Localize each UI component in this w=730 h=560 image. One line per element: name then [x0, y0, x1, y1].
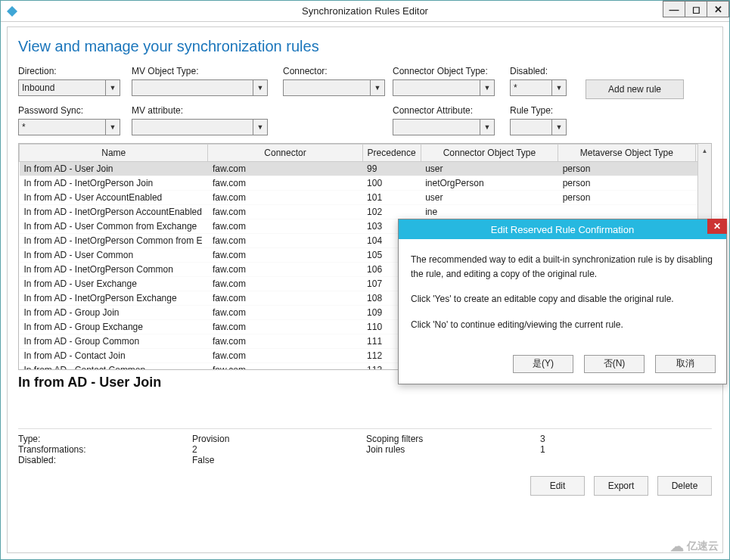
connector-dropdown[interactable]: ▼: [283, 79, 385, 96]
disabled-label: Disabled:: [510, 66, 578, 76]
dialog-close-button[interactable]: ✕: [707, 219, 727, 234]
cell-connector: faw.com: [208, 334, 362, 349]
mvattr-dropdown[interactable]: ▼: [132, 119, 268, 135]
cell-connector: faw.com: [208, 320, 362, 334]
connobj-dropdown[interactable]: ▼: [393, 79, 495, 96]
col-mot[interactable]: Metaverse Object Type: [558, 145, 695, 162]
chevron-down-icon: ▼: [480, 84, 494, 92]
cell-name: In from AD - User Join: [20, 162, 208, 176]
table-row[interactable]: In from AD - InetOrgPerson Joinfaw.com10…: [20, 176, 711, 191]
table-row[interactable]: In from AD - User AccountEnabledfaw.com1…: [20, 191, 711, 205]
connattr-dropdown[interactable]: ▼: [393, 119, 495, 135]
connobj-label: Connector Object Type:: [393, 66, 510, 76]
detail-transformations-value: 2: [192, 444, 366, 455]
cell-cot: user: [421, 191, 558, 205]
pwdsync-value: *: [19, 120, 106, 135]
cell-name: In from AD - InetOrgPerson Exchange: [20, 291, 208, 306]
cell-precedence: 102: [362, 205, 421, 219]
table-row[interactable]: In from AD - User Joinfaw.com99userperso…: [20, 162, 711, 176]
app-icon: [5, 5, 19, 18]
dialog-line-2: Click 'Yes' to create an editable copy a…: [411, 292, 714, 306]
cell-connector: faw.com: [208, 248, 362, 263]
filters-row-1: Direction: Inbound ▼ MV Object Type: ▼ C…: [18, 66, 712, 99]
col-precedence[interactable]: Precedence: [362, 145, 421, 162]
connobj-value: [393, 80, 480, 95]
cell-name: In from AD - InetOrgPerson Join: [20, 176, 208, 191]
export-button[interactable]: Export: [594, 476, 648, 496]
detail-scoping-label: Scoping filters: [366, 434, 540, 444]
cell-connector: faw.com: [208, 234, 362, 248]
cell-connector: faw.com: [208, 205, 362, 219]
mvobj-label: MV Object Type:: [132, 66, 283, 76]
ruletype-dropdown[interactable]: ▼: [510, 119, 567, 135]
dialog-no-button[interactable]: 否(N): [584, 355, 645, 373]
grid-header-row: Name Connector Precedence Connector Obje…: [20, 145, 711, 162]
dialog-title: Edit Reserved Rule Confirmation ✕: [399, 219, 726, 239]
cell-mot: person: [558, 191, 695, 205]
cell-connector: faw.com: [208, 363, 362, 371]
detail-panel: Type: Transformations: Disabled: Provisi…: [18, 428, 712, 465]
maximize-button[interactable]: ◻: [685, 1, 707, 17]
chevron-down-icon: ▼: [480, 123, 494, 131]
dialog-yes-button[interactable]: 是(Y): [513, 355, 573, 373]
cell-name: In from AD - Contact Common: [20, 363, 208, 371]
cell-precedence: 101: [362, 191, 421, 205]
chevron-down-icon: ▼: [253, 84, 267, 92]
direction-label: Direction:: [18, 66, 132, 76]
disabled-dropdown[interactable]: * ▼: [510, 79, 567, 96]
cell-connector: faw.com: [208, 176, 362, 191]
cell-connector: faw.com: [208, 191, 362, 205]
close-button[interactable]: ✕: [707, 1, 729, 17]
col-name[interactable]: Name: [20, 145, 208, 162]
edit-button[interactable]: Edit: [530, 476, 585, 496]
dialog-line-1: The recommended way to edit a built-in s…: [411, 253, 714, 282]
cell-precedence: 99: [362, 162, 421, 176]
direction-dropdown[interactable]: Inbound ▼: [18, 79, 120, 96]
cell-name: In from AD - User Common: [20, 248, 208, 263]
cell-name: In from AD - Group Exchange: [20, 320, 208, 334]
action-row: Edit Export Delete: [18, 476, 712, 496]
scroll-up-icon[interactable]: ▲: [698, 144, 711, 157]
mvobj-value: [132, 80, 253, 95]
detail-disabled-value: False: [192, 455, 366, 465]
col-connector[interactable]: Connector: [208, 145, 362, 162]
cell-connector: faw.com: [208, 277, 362, 291]
table-row[interactable]: In from AD - InetOrgPerson AccountEnable…: [20, 205, 711, 219]
chevron-down-icon: ▼: [552, 123, 566, 131]
add-new-rule-button[interactable]: Add new rule: [586, 79, 684, 99]
cell-connector: faw.com: [208, 306, 362, 320]
cell-mot: person: [558, 162, 695, 176]
minimize-button[interactable]: —: [663, 1, 685, 17]
cell-name: In from AD - InetOrgPerson Common from E: [20, 234, 208, 248]
cell-precedence: 100: [362, 176, 421, 191]
mvattr-label: MV attribute:: [132, 105, 283, 116]
dialog-cancel-button[interactable]: 取消: [655, 355, 716, 373]
pwdsync-dropdown[interactable]: * ▼: [18, 119, 120, 135]
watermark-text: 亿速云: [687, 540, 719, 553]
cell-connector: faw.com: [208, 263, 362, 277]
cell-name: In from AD - User AccountEnabled: [20, 191, 208, 205]
connector-label: Connector:: [283, 66, 393, 76]
col-cot[interactable]: Connector Object Type: [421, 145, 558, 162]
ruletype-label: Rule Type:: [510, 105, 578, 116]
detail-disabled-label: Disabled:: [18, 455, 192, 465]
detail-transformations-label: Transformations:: [18, 444, 192, 455]
cell-name: In from AD - Group Common: [20, 334, 208, 349]
chevron-down-icon: ▼: [253, 123, 267, 131]
cell-name: In from AD - InetOrgPerson AccountEnable…: [20, 205, 208, 219]
detail-joinrules-label: Join rules: [366, 444, 540, 455]
dialog-actions: 是(Y) 否(N) 取消: [399, 350, 726, 384]
delete-button[interactable]: Delete: [657, 476, 712, 496]
connattr-label: Connector Attribute:: [393, 105, 510, 116]
chevron-down-icon: ▼: [371, 84, 384, 92]
cell-name: In from AD - Group Join: [20, 306, 208, 320]
app-window: Synchronization Rules Editor — ◻ ✕ View …: [0, 0, 730, 560]
cloud-icon: ☁: [670, 538, 684, 555]
filters-row-2: Password Sync: * ▼ MV attribute: ▼ Conne…: [18, 105, 712, 135]
connector-value: [284, 80, 371, 95]
chevron-down-icon: ▼: [106, 84, 120, 92]
dialog-line-3: Click 'No' to continue editing/viewing t…: [411, 318, 714, 332]
titlebar: Synchronization Rules Editor — ◻ ✕: [1, 1, 729, 22]
mvobj-dropdown[interactable]: ▼: [132, 79, 268, 96]
cell-name: In from AD - User Common from Exchange: [20, 219, 208, 234]
